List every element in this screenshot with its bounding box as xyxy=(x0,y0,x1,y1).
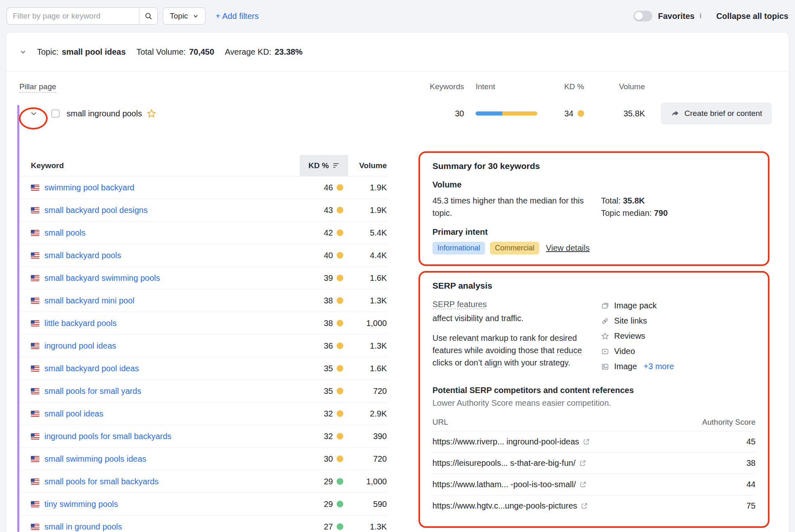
volume-column-label: Volume xyxy=(596,82,657,91)
total-volume-value: 35.8K xyxy=(623,196,645,205)
view-details-link[interactable]: View details xyxy=(546,243,589,253)
filter-bar: Topic + Add filters Favorites i Collapse… xyxy=(0,0,795,32)
keyword-row: small pools for small backyards 29 1,000 xyxy=(20,470,388,493)
feature-video: Video xyxy=(601,344,674,359)
external-link-icon[interactable] xyxy=(583,438,590,445)
kd-dot xyxy=(337,342,343,349)
keyword-row: swimming pool backyard 46 1.9K xyxy=(20,176,388,199)
keyword-link[interactable]: small in ground pools xyxy=(44,522,122,532)
keyword-row: small backyard pools 40 4.4K xyxy=(20,244,388,267)
keyword-link[interactable]: small pools for small yards xyxy=(44,386,141,396)
expand-chevron[interactable] xyxy=(30,109,38,118)
chevron-down-icon xyxy=(30,109,38,118)
kd-value: 42 xyxy=(324,228,333,238)
favorite-star-icon[interactable] xyxy=(147,109,156,118)
toggle-knob xyxy=(635,12,643,20)
intent-column-label: Intent xyxy=(468,82,546,91)
competitor-url-link[interactable]: https://www.riverp... inground-pool-idea… xyxy=(432,437,590,446)
kd-column-label: KD % xyxy=(546,82,596,91)
keyword-link[interactable]: small backyard pool ideas xyxy=(44,364,139,373)
keyword-link[interactable]: inground pool ideas xyxy=(44,341,116,351)
keyword-link[interactable]: tiny swimming pools xyxy=(44,500,118,509)
keyword-link[interactable]: small swimming pools ideas xyxy=(44,454,146,464)
us-flag-icon xyxy=(31,501,39,507)
authority-score: 44 xyxy=(746,480,756,489)
keyword-link[interactable]: small pools xyxy=(44,228,86,238)
volume-description: 45.3 times higher than the median for th… xyxy=(432,194,593,219)
volume-stats: Total: 35.8K Topic median: 790 xyxy=(601,194,668,219)
us-flag-icon xyxy=(31,320,39,326)
us-flag-icon xyxy=(31,252,39,259)
competitor-url-link[interactable]: https://www.latham... -pool-is-too-small… xyxy=(432,480,587,489)
topic-filter-dropdown[interactable]: Topic xyxy=(163,7,206,25)
kd-dot xyxy=(337,501,343,507)
favorites-toggle[interactable] xyxy=(633,11,652,21)
keyword-link[interactable]: little backyard pools xyxy=(44,319,117,328)
keyword-link[interactable]: small backyard pools xyxy=(44,251,121,260)
more-features-link[interactable]: +3 more xyxy=(644,362,674,371)
topic-card: Topic:small pool ideas Total Volume:70,4… xyxy=(6,32,789,532)
keyword-table: Keyword KD % Volume swimming pool backya… xyxy=(20,155,388,532)
pillar-title[interactable]: small inground pools xyxy=(67,109,142,118)
collapse-all-topics-button[interactable]: Collapse all topics xyxy=(716,12,788,21)
filter-input[interactable] xyxy=(7,7,139,25)
us-flag-icon xyxy=(31,185,39,191)
kd-dot xyxy=(337,456,343,462)
keyword-link[interactable]: small pools for small backyards xyxy=(44,477,159,486)
details-column: Summary for 30 keywords Volume 45.3 time… xyxy=(418,132,770,528)
external-link-icon[interactable] xyxy=(580,481,587,488)
keyword-link[interactable]: swimming pool backyard xyxy=(44,183,134,192)
keyword-row: small pools 42 5.4K xyxy=(20,222,388,244)
align-link[interactable]: align xyxy=(485,358,502,368)
us-flag-icon xyxy=(31,388,39,394)
intent-bar xyxy=(476,111,537,116)
create-brief-button[interactable]: Create brief or content xyxy=(661,103,772,124)
add-filters-link[interactable]: + Add filters xyxy=(215,12,259,21)
info-icon[interactable]: i xyxy=(700,12,702,20)
serp-features-link[interactable]: SERP features xyxy=(432,300,487,309)
search-icon xyxy=(144,12,153,20)
row-checkbox[interactable] xyxy=(51,109,60,118)
authority-score: 75 xyxy=(746,501,756,511)
feature-image-pack: Image pack xyxy=(601,298,674,313)
expanded-topic-content: Keyword KD % Volume swimming pool backya… xyxy=(6,132,789,532)
image-pack-icon xyxy=(601,302,609,310)
keyword-row: small pools for small yards 35 720 xyxy=(20,380,388,402)
topic-collapse-chevron[interactable] xyxy=(20,49,26,55)
us-flag-icon xyxy=(31,343,39,349)
reduce-link[interactable]: reduce xyxy=(557,346,582,355)
external-link-icon[interactable] xyxy=(579,460,586,467)
keyword-link[interactable]: small backyard pool designs xyxy=(44,206,148,215)
kd-value: 35 xyxy=(324,386,333,396)
us-flag-icon xyxy=(31,456,39,462)
informational-badge: Informational xyxy=(432,242,485,254)
pillar-row: small inground pools 30 34 35.8K Create … xyxy=(6,95,789,132)
keywords-count: 30 xyxy=(407,109,468,118)
keyword-link[interactable]: small pool ideas xyxy=(44,409,103,419)
intent-informational-segment xyxy=(476,111,502,116)
kd-sort-header[interactable]: KD % xyxy=(300,155,348,176)
keyword-link[interactable]: small backyard swimming pools xyxy=(44,273,160,283)
feature-reviews: Reviews xyxy=(601,328,674,344)
volume-column-header: Volume xyxy=(348,155,388,176)
competitor-url-link[interactable]: https://www.hgtv.c...unge-pools-pictures xyxy=(432,501,588,511)
keyword-row: small backyard mini pool 38 1.3K xyxy=(20,289,388,312)
volume-value: 1,000 xyxy=(348,477,388,486)
volume-value: 1.3K xyxy=(348,296,388,305)
search-button[interactable] xyxy=(139,7,158,25)
competitor-url-link[interactable]: https://leisurepools... s-that-are-big-f… xyxy=(432,458,586,468)
external-link-icon[interactable] xyxy=(581,502,588,509)
kd-value: 29 xyxy=(324,477,333,486)
keyword-link[interactable]: small backyard mini pool xyxy=(44,296,134,305)
competitor-row: https://www.riverp... inground-pool-idea… xyxy=(432,431,756,452)
site-links-icon xyxy=(601,317,609,325)
serp-analysis-panel: SERP analysis SERP features affect visib… xyxy=(418,271,770,528)
topic-header: Topic:small pool ideas Total Volume:70,4… xyxy=(6,32,789,72)
summary-title: Summary for 30 keywords xyxy=(432,161,756,171)
us-flag-icon xyxy=(31,230,39,236)
kd-dot xyxy=(337,365,343,372)
pillar-page-column-label: Pillar page xyxy=(19,82,56,93)
keyword-link[interactable]: inground pools for small backyards xyxy=(44,432,171,441)
video-icon xyxy=(601,347,609,356)
total-volume: Total Volume:70,450 xyxy=(136,47,214,57)
